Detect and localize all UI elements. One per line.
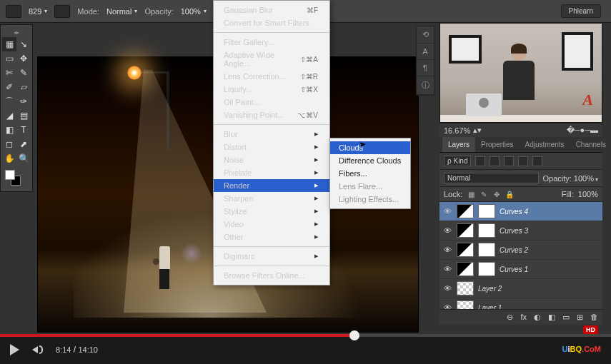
brush-swatch[interactable] (6, 5, 21, 18)
filter-shape-icon[interactable] (518, 156, 528, 166)
layer-foot-icon[interactable]: ◧ (548, 313, 555, 322)
menu-item[interactable]: Gaussian Blur⌘F (214, 4, 329, 16)
tool-3[interactable]: ✥ (16, 51, 31, 66)
paragraph-icon[interactable]: ¶ (417, 60, 434, 76)
menu-item[interactable]: Pixelate (214, 166, 329, 179)
volume-button[interactable] (32, 345, 43, 354)
layer-row[interactable]: 👁Layer 2 (439, 279, 602, 298)
layer-thumb[interactable] (457, 204, 474, 218)
layer-foot-icon[interactable]: ⊞ (577, 313, 583, 322)
layer-thumb[interactable] (457, 243, 474, 257)
menu-item[interactable]: Render (214, 179, 329, 192)
tool-7[interactable]: ▱ (16, 80, 31, 94)
lock-pixels-icon[interactable]: ✎ (480, 190, 488, 198)
foreground-background-swatch[interactable] (2, 168, 31, 188)
panel-tab[interactable]: Layers (442, 137, 475, 152)
tool-5[interactable]: ✎ (16, 66, 31, 80)
tool-2[interactable]: ▭ (2, 51, 16, 66)
info-icon[interactable]: ⓘ (417, 76, 434, 95)
tool-10[interactable]: ◢ (2, 108, 16, 123)
layer-row[interactable]: 👁Curves 1 (439, 260, 602, 279)
layer-foot-icon[interactable]: 🗑 (590, 313, 598, 322)
layer-row[interactable]: 👁Curves 3 (439, 221, 602, 241)
tool-9[interactable]: ✑ (16, 94, 31, 108)
mask-thumb[interactable] (478, 262, 495, 276)
navigator-thumbnail[interactable]: A (439, 23, 602, 123)
menu-item[interactable]: Stylize (214, 205, 329, 218)
brush-size[interactable]: 829 (29, 7, 47, 16)
menu-item[interactable]: Video (214, 218, 329, 231)
menu-item[interactable]: Sharpen (214, 192, 329, 205)
tool-14[interactable]: ◻ (2, 137, 16, 151)
tool-0[interactable]: ▦ (2, 37, 16, 51)
submenu-item[interactable]: Clouds (330, 141, 410, 154)
document-tab[interactable]: Phlearn (561, 4, 601, 18)
progress-track[interactable] (0, 334, 611, 337)
tool-12[interactable]: ◧ (2, 123, 16, 137)
visibility-icon[interactable]: 👁 (444, 207, 452, 216)
lock-position-icon[interactable]: ✥ (492, 190, 501, 198)
tool-1[interactable]: ↘ (16, 37, 31, 51)
history-icon[interactable]: ⟲ (417, 26, 434, 44)
submenu-item[interactable]: Fibers... (330, 167, 410, 180)
filter-adjust-icon[interactable] (490, 156, 500, 166)
layer-foot-icon[interactable]: ▭ (562, 313, 570, 322)
visibility-icon[interactable]: 👁 (444, 226, 452, 235)
zoom-readout[interactable]: 16.67%▴▾�─●─▬ (439, 123, 602, 137)
tool-11[interactable]: ▤ (16, 108, 31, 123)
lock-transparent-icon[interactable]: ▦ (467, 190, 475, 198)
layer-opacity[interactable]: 100% (574, 174, 598, 183)
tool-13[interactable]: T (16, 123, 31, 137)
layer-name[interactable]: Curves 4 (500, 208, 528, 216)
menu-item[interactable]: Browse Filters Online... (214, 269, 329, 282)
collapsed-panels[interactable]: ⟲ A ¶ ⓘ (416, 26, 434, 96)
menu-item[interactable]: Vanishing Point...⌥⌘V (214, 108, 329, 121)
menu-item[interactable]: Blur (214, 128, 329, 141)
lock-all-icon[interactable]: 🔒 (505, 190, 514, 198)
panel-tab[interactable]: Adjustments (520, 137, 570, 152)
panel-tab[interactable]: Channels (570, 137, 611, 152)
layer-name[interactable]: Curves 2 (500, 246, 528, 254)
layer-thumb[interactable] (457, 281, 474, 295)
tool-8[interactable]: ⌒ (2, 94, 16, 108)
layer-thumb[interactable] (457, 300, 474, 309)
menu-item[interactable]: Other (214, 231, 329, 243)
visibility-icon[interactable]: 👁 (444, 265, 452, 273)
play-button[interactable] (10, 344, 19, 355)
layer-thumb[interactable] (457, 223, 474, 238)
layer-name[interactable]: Layer 1 (478, 304, 502, 310)
tool-4[interactable]: ✄ (2, 66, 16, 80)
brush-panel-icon[interactable] (54, 5, 70, 18)
menu-item[interactable]: Adaptive Wide Angle...⇧⌘A (214, 49, 329, 70)
menu-item[interactable]: Filter Gallery... (214, 36, 329, 49)
tool-16[interactable]: ✋ (2, 151, 16, 166)
layer-foot-icon[interactable]: ⊖ (507, 313, 513, 322)
progress-knob[interactable] (349, 330, 359, 340)
menu-item[interactable]: Lens Correction...⇧⌘R (214, 70, 329, 83)
layer-name[interactable]: Layer 2 (478, 285, 502, 293)
layer-foot-icon[interactable]: fx (520, 313, 527, 322)
layer-row[interactable]: 👁Layer 1 (439, 298, 602, 309)
fill-value[interactable]: 100% (578, 190, 598, 198)
tool-6[interactable]: ✐ (2, 80, 16, 94)
mode-select[interactable]: Normal (106, 7, 137, 16)
kind-filter[interactable]: ρ Kind (444, 156, 471, 166)
filter-type-icon[interactable] (504, 156, 514, 166)
filter-pixel-icon[interactable] (475, 156, 485, 166)
opacity-value[interactable]: 100% (181, 7, 207, 16)
menu-item[interactable]: Distort (214, 141, 329, 153)
layer-foot-icon[interactable]: ◐ (534, 313, 541, 322)
layer-row[interactable]: 👁Curves 4 (439, 202, 602, 221)
character-icon[interactable]: A (417, 44, 434, 60)
tool-15[interactable]: ⬈ (16, 137, 31, 151)
menu-item[interactable]: Liquify...⇧⌘X (214, 83, 329, 96)
submenu-item[interactable]: Difference Clouds (330, 154, 410, 167)
layer-name[interactable]: Curves 3 (500, 227, 528, 235)
filter-smart-icon[interactable] (532, 156, 542, 166)
visibility-icon[interactable]: 👁 (444, 246, 452, 254)
menu-item[interactable]: Digimarc (214, 250, 329, 263)
visibility-icon[interactable]: 👁 (444, 303, 452, 309)
layer-name[interactable]: Curves 1 (500, 266, 528, 273)
tool-17[interactable]: 🔍 (16, 151, 31, 166)
layer-thumb[interactable] (457, 262, 474, 276)
